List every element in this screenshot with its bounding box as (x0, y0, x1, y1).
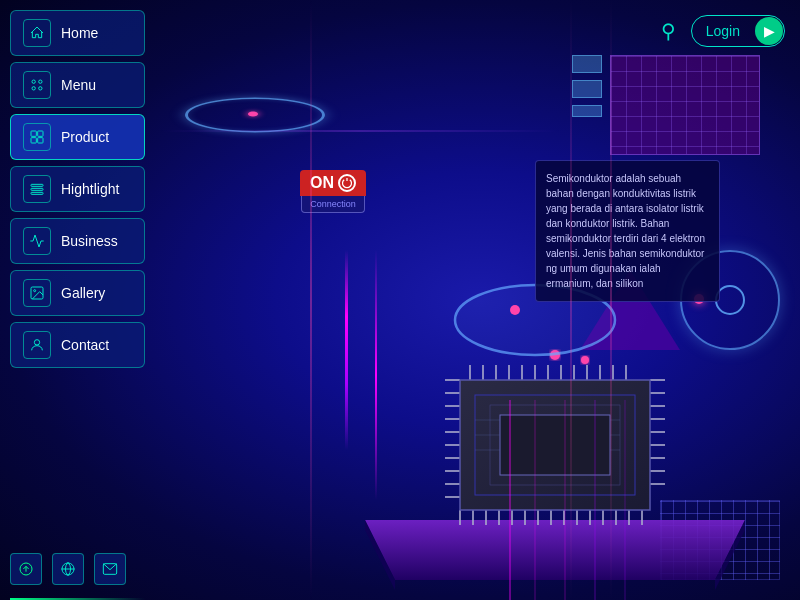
svg-point-1 (39, 80, 42, 83)
sidebar-label-gallery: Gallery (61, 285, 105, 301)
sidebar-label-highlight: Hightlight (61, 181, 119, 197)
sidebar-label-contact: Contact (61, 337, 109, 353)
header: ⚲ Login ▶ (661, 15, 785, 47)
svg-rect-10 (31, 192, 43, 194)
login-arrow-icon: ▶ (755, 17, 783, 45)
sidebar-item-business[interactable]: Business (10, 218, 145, 264)
grid-panel (610, 55, 760, 155)
small-rect-3 (572, 105, 602, 117)
neon-line-1 (310, 0, 312, 600)
login-button[interactable]: Login ▶ (691, 15, 785, 47)
small-rect-1 (572, 55, 602, 73)
menu-icon (23, 71, 51, 99)
svg-rect-5 (38, 131, 43, 136)
product-icon (23, 123, 51, 151)
gallery-icon (23, 279, 51, 307)
sidebar-item-contact[interactable]: Contact (10, 322, 145, 368)
sidebar-item-menu[interactable]: Menu (10, 62, 145, 108)
svg-point-12 (34, 290, 36, 292)
search-icon[interactable]: ⚲ (661, 19, 676, 43)
mail-icon-btn[interactable] (94, 553, 126, 585)
svg-point-2 (32, 87, 35, 90)
grid-lines (611, 56, 759, 154)
svg-point-13 (34, 340, 39, 345)
svg-point-82 (510, 305, 520, 315)
power-icon (338, 174, 356, 192)
neon-line-h1 (160, 130, 560, 132)
svg-rect-6 (31, 138, 36, 143)
sidebar-item-home[interactable]: Home (10, 10, 145, 56)
svg-rect-71 (500, 415, 610, 475)
upload-icon-btn[interactable] (10, 553, 42, 585)
sidebar-item-product[interactable]: Product (10, 114, 145, 160)
globe-icon-btn[interactable] (52, 553, 84, 585)
sidebar-label-business: Business (61, 233, 118, 249)
sidebar-label-product: Product (61, 129, 109, 145)
business-icon (23, 227, 51, 255)
sidebar-item-highlight[interactable]: Hightlight (10, 166, 145, 212)
info-box: Semikonduktor adalah sebuah bahan dengan… (535, 160, 720, 302)
svg-point-3 (39, 87, 42, 90)
svg-point-79 (581, 356, 589, 364)
svg-rect-8 (31, 184, 43, 186)
sidebar-item-gallery[interactable]: Gallery (10, 270, 145, 316)
highlight-icon (23, 175, 51, 203)
svg-rect-9 (31, 188, 43, 190)
main-scene: ON Connection Semikonduktor adalah sebua… (155, 0, 800, 600)
svg-marker-18 (365, 520, 745, 580)
contact-icon (23, 331, 51, 359)
sidebar-label-menu: Menu (61, 77, 96, 93)
sidebar: Home Menu Product Hightlight Business (0, 0, 155, 600)
neon-line-2 (570, 0, 572, 600)
sidebar-label-home: Home (61, 25, 98, 41)
home-icon (23, 19, 51, 47)
svg-rect-7 (38, 138, 43, 143)
pink-dot-lens (248, 112, 258, 117)
sidebar-footer (10, 553, 126, 585)
login-label: Login (692, 18, 754, 44)
glow-circle (185, 98, 325, 133)
neon-line-3 (610, 0, 612, 600)
svg-point-0 (32, 80, 35, 83)
svg-rect-4 (31, 131, 36, 136)
small-rect-2 (572, 80, 602, 98)
